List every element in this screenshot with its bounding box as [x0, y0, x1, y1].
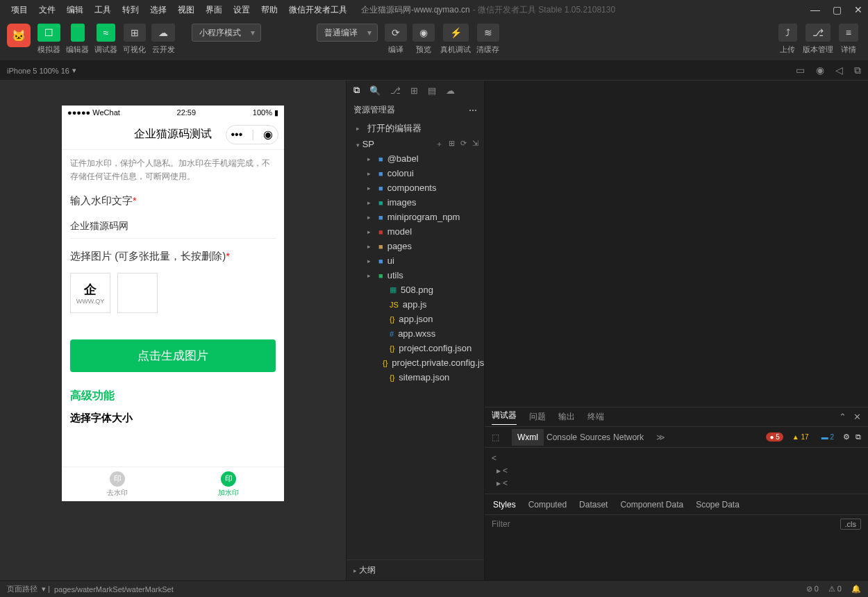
tree-pages[interactable]: ▸■pages	[347, 239, 484, 253]
tree-app.wxss[interactable]: #app.wxss	[347, 326, 484, 341]
filter-input[interactable]	[492, 519, 840, 529]
action-编译[interactable]: ⟳	[385, 24, 407, 42]
root-folder[interactable]: ▾ SP ＋⊞⟳⇲	[347, 137, 484, 151]
dock-icon[interactable]: ⧉	[856, 432, 861, 442]
ext-icon[interactable]: ⊞	[410, 85, 418, 96]
styletab-Scope Data[interactable]: Scope Data	[696, 500, 740, 510]
debug-tab-终端[interactable]: 终端	[587, 411, 604, 423]
right-版本管理[interactable]: ⎇	[806, 24, 831, 42]
styletab-Computed[interactable]: Computed	[528, 500, 567, 510]
right-详情[interactable]: ≡	[839, 24, 858, 42]
generate-button[interactable]: 点击生成图片	[70, 339, 276, 372]
devtab-Wxml[interactable]: Wxml	[512, 429, 544, 446]
page-path-value[interactable]: pages/waterMarkSet/waterMarkSet	[54, 585, 174, 594]
wxml-tree[interactable]: < ▸ < ▸ <	[485, 448, 868, 494]
menu-设置[interactable]: 设置	[228, 5, 256, 15]
watermark-input[interactable]: 企业猫源码网	[70, 215, 276, 239]
tb-云开发[interactable]: ☁	[151, 24, 175, 42]
right-上传[interactable]: ⤴	[778, 24, 797, 42]
tree-miniprogram_npm[interactable]: ▸■miniprogram_npm	[347, 210, 484, 224]
files-icon[interactable]: ⧉	[353, 85, 360, 96]
error-count[interactable]: ● 5	[766, 432, 783, 442]
record-icon[interactable]: ◉	[816, 65, 824, 76]
rotate-icon[interactable]: ▭	[796, 65, 805, 76]
tree-colorui[interactable]: ▸■colorui	[347, 166, 484, 180]
tree-ui[interactable]: ▸■ui	[347, 253, 484, 268]
tb-模拟器[interactable]: ☐	[37, 24, 60, 42]
menu-帮助[interactable]: 帮助	[256, 5, 283, 15]
maximize-icon[interactable]: ▢	[833, 4, 842, 15]
menu-选择[interactable]: 选择	[144, 5, 172, 15]
devtab-Network[interactable]: Network	[613, 432, 644, 442]
menu-转到[interactable]: 转到	[117, 5, 144, 15]
restore-icon[interactable]: ⧉	[854, 65, 861, 76]
compile-select[interactable]: 普通编译	[317, 24, 378, 42]
menu-微信开发者工具[interactable]: 微信开发者工具	[283, 5, 353, 15]
tree-app.json[interactable]: {}app.json	[347, 312, 484, 326]
gear-icon[interactable]: ⚙	[843, 432, 850, 442]
target-icon[interactable]: ◉	[263, 128, 273, 141]
panel-up-icon[interactable]: ⌃	[839, 412, 846, 422]
styletab-Component Data[interactable]: Component Data	[620, 500, 683, 510]
devtab-Console[interactable]: Console	[546, 432, 577, 442]
image-thumb[interactable]: 企WWW.QY	[70, 273, 110, 313]
close-icon[interactable]: ✕	[854, 4, 862, 15]
debug-tab-输出[interactable]: 输出	[558, 411, 575, 423]
tb-编辑器[interactable]	[71, 24, 85, 42]
info-count[interactable]: ▬ 2	[818, 432, 837, 442]
menu-视图[interactable]: 视图	[172, 5, 200, 15]
tree-project.private.config.js...[interactable]: {}project.private.config.js...	[347, 355, 484, 370]
tree-@babel[interactable]: ▸■@babel	[347, 151, 484, 166]
tree-app.js[interactable]: JSapp.js	[347, 297, 484, 312]
action-预览[interactable]: ◉	[412, 24, 435, 42]
cls-toggle[interactable]: .cls	[840, 519, 862, 530]
collapse-icon[interactable]: ⇲	[472, 139, 478, 149]
device-dropdown-icon[interactable]: ▾	[72, 66, 76, 75]
status-item[interactable]: 🔔	[851, 585, 861, 594]
action-清缓存[interactable]: ≋	[477, 24, 499, 42]
styletab-Styles[interactable]: Styles	[493, 500, 516, 510]
search-icon[interactable]: 🔍	[369, 85, 381, 96]
tree-508.png[interactable]: ▦508.png	[347, 283, 484, 297]
menu-编辑[interactable]: 编辑	[61, 5, 89, 15]
mode-select[interactable]: 小程序模式	[192, 24, 261, 42]
tree-components[interactable]: ▸■components	[347, 180, 484, 195]
new-file-icon[interactable]: ＋	[435, 139, 443, 149]
debug-tab-调试器[interactable]: 调试器	[492, 410, 517, 425]
menu-界面[interactable]: 界面	[200, 5, 228, 15]
more-icon[interactable]: ⋯	[469, 106, 477, 115]
tb-调试器[interactable]: ≈	[97, 24, 116, 42]
minimize-icon[interactable]: —	[810, 4, 820, 15]
tb-可视化[interactable]: ⊞	[124, 24, 146, 42]
tab-去水印[interactable]: 印去水印	[62, 467, 173, 501]
tree-project.config.json[interactable]: {}project.config.json	[347, 341, 484, 355]
inspect-icon[interactable]: ⬚	[492, 432, 499, 442]
status-item[interactable]: ⊘ 0	[806, 585, 819, 594]
cloud-icon[interactable]: ☁	[446, 85, 455, 96]
git-icon[interactable]: ⎇	[390, 85, 401, 96]
tree-utils[interactable]: ▸■utils	[347, 268, 484, 283]
panel-close-icon[interactable]: ✕	[853, 412, 861, 422]
more-tabs-icon[interactable]: ≫	[656, 432, 665, 442]
menu-文件[interactable]: 文件	[33, 5, 61, 15]
capsule-button[interactable]: ••• | ◉	[226, 125, 278, 144]
tree-model[interactable]: ▸■model	[347, 224, 484, 239]
menu-dots-icon[interactable]: •••	[231, 128, 243, 141]
outline-section[interactable]: ▸ 大纲	[347, 560, 484, 580]
styletab-Dataset[interactable]: Dataset	[579, 500, 608, 510]
add-image-button[interactable]	[117, 273, 158, 313]
new-folder-icon[interactable]: ⊞	[449, 139, 455, 149]
build-icon[interactable]: ▤	[428, 85, 436, 96]
tree-sitemap.json[interactable]: {}sitemap.json	[347, 370, 484, 385]
status-item[interactable]: ⚠ 0	[828, 585, 842, 594]
tab-加水印[interactable]: 印加水印	[173, 467, 284, 501]
opened-editors-section[interactable]: ▸打开的编辑器	[347, 120, 484, 137]
action-真机调试[interactable]: ⚡	[443, 24, 469, 42]
tree-images[interactable]: ▸■images	[347, 195, 484, 210]
menu-项目[interactable]: 项目	[6, 5, 33, 15]
devtab-Sources[interactable]: Sources	[580, 432, 610, 442]
mute-icon[interactable]: ◁	[835, 65, 843, 76]
debug-tab-问题[interactable]: 问题	[529, 411, 546, 423]
menu-工具[interactable]: 工具	[89, 5, 117, 15]
device-label[interactable]: iPhone 5 100% 16	[7, 67, 69, 75]
